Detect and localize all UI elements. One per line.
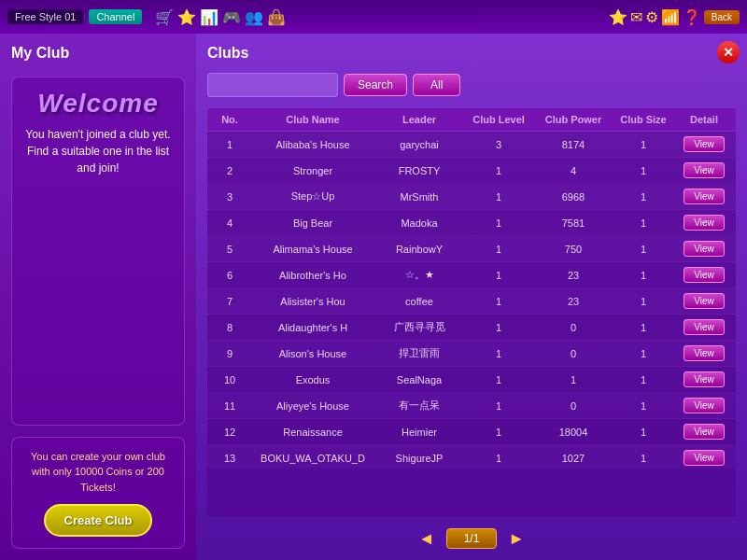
view-button[interactable]: View: [684, 162, 725, 178]
top-bar-title: Free Style 01: [7, 9, 83, 24]
cell-leader: MrSmith: [377, 191, 461, 203]
col-name: Club Name: [248, 114, 377, 125]
cell-name: Alisister's Hou: [248, 296, 377, 307]
cell-level: 1: [461, 453, 536, 464]
view-button[interactable]: View: [684, 424, 725, 440]
cell-no: 2: [211, 165, 248, 176]
cell-level: 1: [461, 374, 536, 385]
cell-size: 1: [611, 427, 676, 438]
help-icon[interactable]: ❓: [683, 8, 701, 26]
welcome-box: Welcome You haven't joined a club yet. F…: [11, 77, 185, 426]
cell-name: Alimama's House: [248, 244, 377, 255]
view-button[interactable]: View: [684, 215, 725, 231]
cell-power: 7581: [536, 217, 611, 229]
cell-power: 0: [536, 348, 611, 359]
table-row: 5 Alimama's House RainbowY 1 750 1 View: [207, 236, 736, 262]
cell-no: 10: [211, 374, 248, 385]
right-panel: ✕ Clubs Search All No. Club Name Leader …: [196, 34, 747, 560]
cell-level: 1: [461, 217, 536, 229]
cell-leader: ☆。★: [377, 268, 461, 282]
view-button[interactable]: View: [684, 345, 725, 361]
cell-name: Stronger: [248, 165, 377, 176]
cell-size: 1: [611, 244, 676, 255]
cell-detail: View: [676, 189, 732, 204]
cell-detail: View: [676, 241, 732, 257]
view-button[interactable]: View: [684, 450, 725, 466]
view-button[interactable]: View: [684, 189, 725, 204]
view-button[interactable]: View: [684, 371, 725, 387]
users-icon[interactable]: 👥: [245, 8, 263, 26]
star-icon[interactable]: ⭐: [177, 8, 196, 26]
cell-detail: View: [676, 398, 732, 413]
cell-name: Big Bear: [248, 217, 377, 229]
cart-icon[interactable]: 🛒: [155, 8, 174, 26]
cell-name: Alibrother's Ho: [248, 270, 377, 281]
col-no: No.: [211, 114, 248, 125]
view-button[interactable]: View: [684, 136, 725, 152]
mail-icon[interactable]: ✉: [630, 8, 642, 26]
channel-button[interactable]: Channel: [89, 9, 142, 24]
back-button[interactable]: Back: [704, 10, 740, 24]
panel-title: Clubs: [207, 45, 736, 62]
prev-page-button[interactable]: ◄: [418, 529, 435, 549]
left-panel-title: My Club: [11, 45, 185, 62]
create-club-button[interactable]: Create Club: [44, 504, 153, 537]
cell-size: 1: [611, 139, 676, 150]
view-button[interactable]: View: [684, 319, 725, 335]
search-input[interactable]: [207, 73, 338, 97]
create-description: You can create your own club with only 1…: [23, 449, 173, 496]
chart-icon[interactable]: 📊: [200, 8, 218, 26]
controller-icon[interactable]: 🎮: [222, 8, 241, 26]
cell-detail: View: [676, 450, 732, 466]
view-button[interactable]: View: [684, 241, 725, 257]
cell-size: 1: [611, 270, 676, 281]
cell-power: 750: [536, 244, 611, 255]
col-level: Club Level: [461, 114, 536, 125]
cell-leader: garychai: [377, 139, 461, 150]
signal-icon[interactable]: 📶: [661, 8, 680, 26]
table-row: 8 Alidaughter's H 广西寻寻觅 1 0 1 View: [207, 315, 736, 341]
top-bar-right: ⭐ ✉ ⚙ 📶 ❓ Back: [609, 8, 740, 26]
cell-detail: View: [676, 162, 732, 178]
cell-name: Exodus: [248, 374, 377, 385]
search-button[interactable]: Search: [344, 74, 407, 96]
view-button[interactable]: View: [684, 398, 725, 413]
cell-no: 12: [211, 427, 248, 438]
cell-leader: 广西寻寻觅: [377, 320, 461, 334]
pagination: ◄ 1/1 ►: [207, 528, 736, 549]
cell-no: 8: [211, 322, 248, 333]
cell-name: Aliyeye's House: [248, 400, 377, 412]
col-power: Club Power: [536, 114, 611, 125]
cell-level: 1: [461, 244, 536, 255]
cell-power: 23: [536, 296, 611, 307]
star2-icon[interactable]: ⭐: [609, 8, 627, 26]
table-row: 1 Alibaba's House garychai 3 8174 1 View: [207, 132, 736, 158]
cell-detail: View: [676, 345, 732, 361]
cell-level: 1: [461, 165, 536, 176]
cell-level: 1: [461, 191, 536, 203]
cell-detail: View: [676, 319, 732, 335]
main-area: My Club Welcome You haven't joined a clu…: [0, 34, 747, 560]
table-row: 10 Exodus SealNaga 1 1 1 View: [207, 367, 736, 393]
cell-detail: View: [676, 136, 732, 152]
cell-name: BOKU_WA_OTAKU_D: [248, 453, 377, 464]
bag-icon[interactable]: 👜: [267, 8, 286, 26]
close-button[interactable]: ✕: [717, 41, 740, 63]
settings-icon[interactable]: ⚙: [645, 8, 658, 26]
cell-level: 1: [461, 296, 536, 307]
cell-no: 11: [211, 400, 248, 412]
cell-level: 1: [461, 427, 536, 438]
cell-detail: View: [676, 267, 732, 283]
cell-power: 0: [536, 400, 611, 412]
table-row: 13 BOKU_WA_OTAKU_D ShigureJP 1 1027 1 Vi…: [207, 445, 736, 468]
view-button[interactable]: View: [684, 293, 725, 309]
cell-size: 1: [611, 322, 676, 333]
table-row: 4 Big Bear Madoka 1 7581 1 View: [207, 210, 736, 236]
cell-size: 1: [611, 191, 676, 203]
table-row: 11 Aliyeye's House 有一点呆 1 0 1 View: [207, 393, 736, 419]
all-button[interactable]: All: [413, 74, 460, 96]
view-button[interactable]: View: [684, 267, 725, 283]
cell-detail: View: [676, 215, 732, 231]
next-page-button[interactable]: ►: [508, 529, 525, 549]
cell-detail: View: [676, 371, 732, 387]
